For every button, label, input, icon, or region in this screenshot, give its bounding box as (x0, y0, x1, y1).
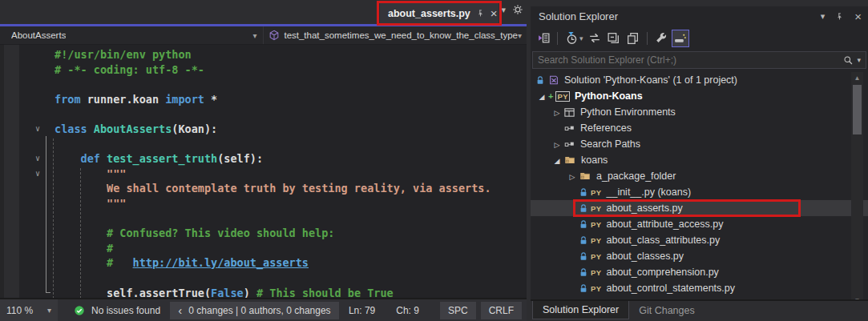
tree-scrollbar[interactable]: ▲ ▼ (851, 72, 863, 306)
search-box: ▾ (532, 51, 866, 69)
code-line[interactable] (0, 137, 527, 152)
package-folder-icon (563, 154, 576, 166)
code-line[interactable]: # -*- coding: utf-8 -*- (0, 62, 527, 78)
pending-changes-filter-icon[interactable] (563, 30, 580, 47)
code-line[interactable] (0, 77, 527, 92)
sync-with-active-document-icon[interactable] (586, 30, 604, 47)
gear-icon[interactable] (512, 4, 523, 15)
code-line[interactable]: ∨ """ (0, 167, 527, 182)
solution-explorer-pane: Solution Explorer ▾ × ▾ ▾ Solution 'Pyth… (531, 0, 868, 321)
tree-item[interactable]: References (531, 120, 868, 136)
issues-indicator[interactable]: No issues found (74, 305, 160, 316)
git-summary[interactable]: ‹ 0 changes | 0 authors, 0 changes (170, 302, 338, 319)
indent-mode-text: SPC (448, 305, 468, 316)
show-all-files-icon[interactable] (624, 30, 642, 47)
column-indicator[interactable]: Ch: 9 (396, 305, 419, 316)
code-editor[interactable]: #!/usr/bin/env python# -*- coding: utf-8… (0, 45, 527, 298)
chevron-down-icon[interactable]: ▾ (821, 12, 826, 21)
preview-selected-items-icon[interactable] (672, 30, 689, 47)
close-icon[interactable]: × (491, 7, 498, 19)
fold-collapse-icon[interactable]: ∨ (35, 151, 46, 167)
close-icon[interactable]: × (854, 10, 862, 22)
scroll-up-icon[interactable]: ▲ (851, 72, 863, 83)
tree-item[interactable]: PYabout_attribute_access.py (531, 216, 868, 232)
lock-icon (579, 283, 588, 294)
tree-item[interactable]: ▷a_package_folder (531, 168, 868, 184)
python-project-icon: PY (555, 91, 569, 102)
chevron-down-icon[interactable]: ▾ (579, 34, 583, 42)
code-token: runner.koan (87, 93, 159, 106)
code-token (159, 93, 165, 106)
code-token: # This should be True (256, 287, 394, 299)
code-line[interactable]: from runner.koan import * (0, 92, 527, 107)
panel-tab-git-changes[interactable]: Git Changes (629, 301, 704, 319)
expander-collapsed-icon[interactable]: ▷ (566, 171, 579, 182)
chevron-down-icon[interactable]: ▾ (501, 6, 506, 14)
code-line[interactable] (0, 211, 527, 227)
properties-wrench-icon[interactable] (652, 30, 670, 47)
tab-about-asserts[interactable]: about_asserts.py × (380, 2, 499, 24)
document-tab-strip: about_asserts.py × ▾ (0, 0, 527, 24)
chevron-down-icon: ▾ (518, 31, 522, 40)
tree-item[interactable]: ◢+PYPython-Koans (531, 88, 868, 104)
lock-icon (535, 75, 548, 86)
fold-collapse-icon[interactable]: ∨ (35, 122, 46, 137)
chevron-down-icon[interactable]: ▾ (857, 57, 861, 64)
search-icon[interactable] (843, 55, 854, 66)
code-line[interactable]: ∨class AboutAsserts(Koan): (0, 122, 527, 137)
search-input[interactable] (533, 54, 843, 66)
expander-collapsed-icon[interactable]: ▷ (551, 138, 563, 150)
solution-icon (548, 74, 559, 86)
expander-expanded-icon[interactable]: ◢ (535, 90, 548, 102)
tree-item[interactable]: PYabout_control_statements.py (531, 280, 868, 296)
expander-collapsed-icon[interactable]: ▷ (551, 106, 563, 118)
indent-mode-indicator[interactable]: SPC (440, 302, 476, 319)
code-token: assertTrue (139, 287, 204, 299)
lock-icon (579, 219, 588, 230)
scrollbar-thumb[interactable] (853, 85, 862, 134)
panel-title-bar[interactable]: Solution Explorer ▾ × (531, 6, 868, 26)
tree-item[interactable]: Solution 'Python-Koans' (1 of 1 project) (531, 72, 868, 88)
tree-item[interactable]: PYabout_class_attributes.py (531, 232, 868, 248)
code-line[interactable]: self.assertTrue(False) # This should be … (0, 286, 527, 299)
line-ending-indicator[interactable]: CRLF (481, 302, 522, 319)
line-ending-text: CRLF (489, 305, 514, 316)
tree-item[interactable]: PY__init__.py (koans) (531, 184, 868, 200)
line-indicator[interactable]: Ln: 79 (349, 305, 375, 316)
member-dropdown[interactable]: test_that_sometimes_we_need_to_know_the_… (263, 26, 527, 44)
pin-icon[interactable] (476, 9, 485, 18)
expander-expanded-icon[interactable]: ◢ (551, 154, 563, 166)
code-token: AboutAsserts (94, 122, 172, 135)
tree-item-label: about_class_attributes.py (606, 235, 720, 246)
code-token: import (165, 93, 204, 106)
collapse-all-icon[interactable] (605, 30, 623, 47)
tree-item[interactable]: ◢koans (531, 152, 868, 168)
type-dropdown-value: AboutAsserts (11, 30, 66, 40)
pin-icon[interactable] (835, 12, 844, 22)
zoom-dropdown[interactable]: 110 % ▾ (0, 299, 58, 321)
code-line[interactable] (0, 271, 527, 286)
code-line[interactable]: # (0, 241, 527, 256)
code-line[interactable]: We shall contemplate truth by testing re… (0, 181, 527, 196)
tree-item[interactable]: PYabout_asserts.py (531, 200, 868, 216)
code-line[interactable]: #!/usr/bin/env python (0, 47, 527, 62)
code-line[interactable] (0, 106, 527, 122)
code-token (55, 152, 81, 165)
chevron-down-icon: ▾ (252, 31, 256, 40)
code-line[interactable]: """ (0, 196, 527, 211)
code-line[interactable]: ∨ def test_assert_truth(self): (0, 151, 527, 167)
code-token: ) (244, 287, 256, 299)
type-dropdown[interactable]: AboutAsserts ▾ (0, 26, 263, 44)
switch-views-icon[interactable] (535, 30, 552, 47)
tree-item-label: about_asserts.py (606, 203, 682, 214)
tree-item[interactable]: PYabout_comprehension.py (531, 264, 868, 280)
fold-collapse-icon[interactable]: ∨ (35, 167, 46, 182)
tree-item-label: Python Environments (580, 106, 676, 118)
tree-item[interactable]: ▷Python Environments (531, 104, 868, 120)
tree-item[interactable]: ▷Search Paths (531, 136, 868, 152)
code-line[interactable]: # Confused? This video should help: (0, 226, 527, 241)
code-line[interactable]: # http://bit.ly/about_asserts (0, 255, 527, 271)
panel-tab-solution-explorer[interactable]: Solution Explorer (532, 301, 629, 319)
tree-item-label: about_attribute_access.py (606, 219, 723, 230)
tree-item[interactable]: PYabout_classes.py (531, 248, 868, 264)
